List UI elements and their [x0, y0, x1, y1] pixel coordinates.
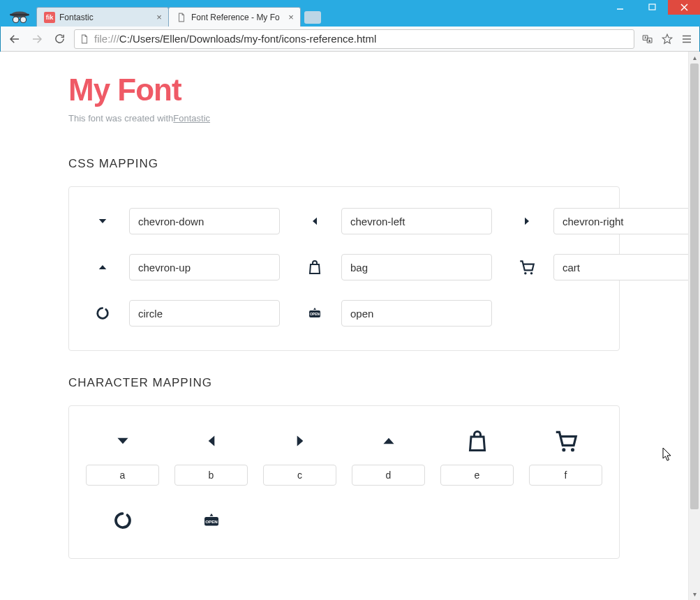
- url-text: file:///C:/Users/Ellen/Downloads/my-font…: [94, 33, 630, 45]
- css-class-name-field[interactable]: [129, 254, 280, 280]
- css-mapping-item: [86, 208, 280, 234]
- tab-close-button[interactable]: ×: [286, 13, 296, 22]
- page-subline: This font was created withFontastic: [68, 113, 620, 123]
- character-mapping-panel: [68, 405, 620, 559]
- css-class-name-field[interactable]: [341, 254, 492, 280]
- window-maximize-button[interactable]: [636, 0, 668, 15]
- file-favicon-icon: [176, 12, 187, 23]
- bag-icon: [298, 259, 332, 276]
- file-icon: [79, 33, 90, 45]
- window-minimize-button[interactable]: [604, 0, 636, 15]
- circle-icon: [112, 507, 133, 534]
- css-mapping-item: [86, 300, 280, 327]
- translate-icon[interactable]: [639, 30, 657, 48]
- bookmark-star-icon[interactable]: [658, 30, 676, 48]
- css-class-name-field[interactable]: [553, 254, 688, 280]
- character-field[interactable]: [529, 465, 602, 486]
- toolbar: file:///C:/Users/Ellen/Downloads/my-font…: [0, 27, 700, 52]
- chevron-left-icon: [298, 215, 332, 227]
- chevron-right-icon: [291, 427, 309, 455]
- css-class-name-field[interactable]: [341, 208, 492, 234]
- css-mapping-item: [298, 300, 492, 327]
- tab-strip: fikFontastic×Font Reference - My Fo×: [0, 6, 700, 27]
- character-field[interactable]: [440, 465, 514, 486]
- scrollbar-track[interactable]: [689, 63, 700, 588]
- cart-icon: [510, 258, 544, 276]
- character-mapping-item: [263, 427, 336, 486]
- css-mapping-panel: [68, 186, 620, 351]
- chrome-window: fikFontastic×Font Reference - My Fo× fil…: [0, 0, 700, 600]
- reload-button[interactable]: [49, 29, 70, 49]
- chevron-up-icon: [380, 427, 398, 455]
- window-close-button[interactable]: [668, 0, 700, 15]
- window-controls: [604, 0, 700, 15]
- character-mapping-item: [86, 507, 159, 534]
- new-tab-button[interactable]: [304, 11, 321, 24]
- browser-tab[interactable]: Font Reference - My Fo×: [168, 7, 301, 27]
- browser-tab[interactable]: fikFontastic×: [36, 7, 169, 27]
- css-class-name-field[interactable]: [553, 208, 688, 234]
- svg-rect-11: [649, 4, 655, 10]
- bag-icon: [465, 427, 490, 455]
- fontastic-link[interactable]: Fontastic: [173, 113, 210, 123]
- circle-icon: [86, 306, 119, 321]
- chevron-left-icon: [202, 427, 221, 455]
- chevron-down-icon: [86, 215, 119, 227]
- chevron-right-icon: [510, 215, 544, 227]
- css-mapping-item: [298, 208, 492, 234]
- character-field[interactable]: [86, 465, 159, 486]
- css-class-name-field[interactable]: [341, 300, 492, 327]
- css-class-name-field[interactable]: [129, 208, 280, 234]
- page-viewport: My Font This font was created withFontas…: [0, 52, 700, 600]
- character-mapping-item: [174, 507, 248, 534]
- css-mapping-item: [298, 254, 492, 280]
- cart-icon: [553, 427, 579, 455]
- css-class-name-field[interactable]: [129, 300, 280, 327]
- vertical-scrollbar[interactable]: ▴ ▾: [688, 52, 700, 600]
- chevron-down-icon: [114, 427, 132, 455]
- chevron-up-icon: [86, 261, 119, 273]
- character-mapping-item: [86, 427, 159, 486]
- address-bar[interactable]: file:///C:/Users/Ellen/Downloads/my-font…: [74, 29, 634, 49]
- character-mapping-item: [440, 427, 514, 486]
- section-css-mapping-title: CSS MAPPING: [68, 157, 620, 171]
- css-mapping-item: [510, 254, 688, 280]
- character-mapping-item: [529, 427, 602, 486]
- tab-close-button[interactable]: ×: [154, 13, 164, 22]
- scrollbar-thumb[interactable]: [690, 63, 699, 509]
- open-icon: [201, 507, 222, 534]
- tab-title: Font Reference - My Fo: [191, 13, 282, 22]
- open-icon: [298, 305, 332, 322]
- section-character-mapping-title: CHARACTER MAPPING: [68, 376, 620, 390]
- character-field[interactable]: [352, 465, 425, 486]
- title-bar: [0, 0, 700, 6]
- menu-button[interactable]: [678, 30, 696, 48]
- scrollbar-down-arrow[interactable]: ▾: [689, 588, 700, 600]
- fontastic-favicon-icon: fik: [44, 12, 55, 23]
- scrollbar-up-arrow[interactable]: ▴: [689, 52, 700, 63]
- incognito-icon: [6, 7, 33, 27]
- character-field[interactable]: [174, 465, 248, 486]
- back-button[interactable]: [4, 29, 25, 49]
- page-title: My Font: [68, 73, 620, 107]
- css-mapping-item: [86, 254, 280, 280]
- tab-title: Fontastic: [59, 13, 150, 22]
- character-mapping-item: [174, 427, 248, 486]
- character-mapping-item: [352, 427, 425, 486]
- character-field[interactable]: [263, 465, 336, 486]
- css-mapping-item: [510, 208, 688, 234]
- forward-button[interactable]: [27, 29, 47, 49]
